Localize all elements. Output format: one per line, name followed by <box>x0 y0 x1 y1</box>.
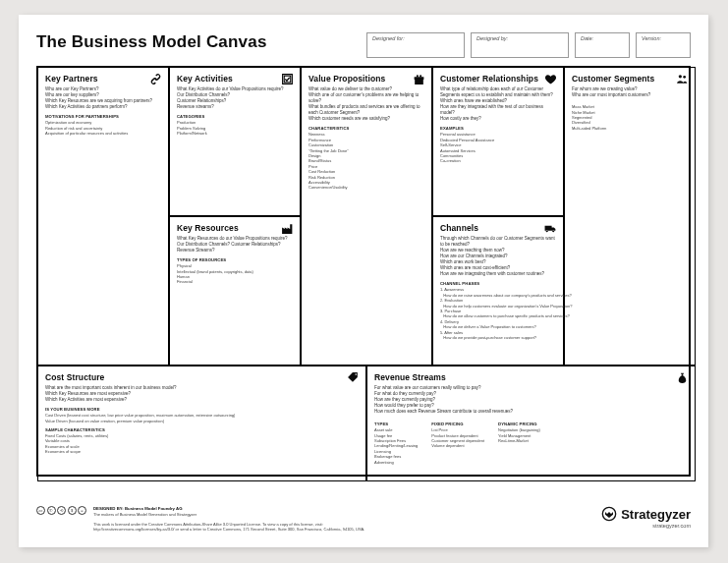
brand: Strategyzer strategyzer.com <box>601 506 691 529</box>
cc-icon: cc <box>36 506 45 515</box>
cell-key-activities: Key Activities What Key Activities do ou… <box>169 67 301 216</box>
brand-name: Strategyzer <box>621 507 691 522</box>
cell-subheading: Is your business more <box>45 407 359 412</box>
cell-subheading: Examples <box>440 126 556 131</box>
footer: cc ① ⟲ $ = DESIGNED BY: Business Model F… <box>36 506 691 537</box>
cell-subheading: Types <box>374 422 418 426</box>
svg-point-1 <box>683 76 686 79</box>
cell-list: Newness Performance Customization "Getti… <box>308 132 424 190</box>
cell-list: Asset sale Usage fee Subscription Fees L… <box>374 427 418 465</box>
cell-questions: Who are our Key Partners? Who are our ke… <box>45 86 161 110</box>
cell-cost-structure: Cost Structure What are the most importa… <box>37 366 366 481</box>
cell-customer-relationships: Customer Relationships What type of rela… <box>432 67 564 216</box>
version-field[interactable]: Version: <box>636 32 691 58</box>
cell-subheading: Characteristics <box>308 126 424 131</box>
cell-customer-segments: Customer Segments For whom are we creati… <box>564 67 696 366</box>
date-field[interactable]: Date: <box>575 32 630 58</box>
cell-heading: Customer Relationships <box>440 74 556 84</box>
cell-subheading: Dynamic pricing <box>498 422 540 426</box>
cell-key-partners: Key Partners Who are our Key Partners? W… <box>37 67 169 366</box>
gift-icon <box>413 73 425 85</box>
cell-list: Personal assistance Dedicated Personal A… <box>440 132 556 163</box>
designed-for-field[interactable]: Designed for: <box>366 32 465 58</box>
cell-revenue-streams: Revenue Streams For what value are our c… <box>366 366 696 481</box>
cell-questions: What type of relationship does each of o… <box>440 86 556 122</box>
link-icon <box>149 73 162 85</box>
cell-heading: Key Resources <box>177 223 293 233</box>
cell-heading: Key Activities <box>177 74 293 84</box>
cell-heading: Channels <box>440 223 556 233</box>
cell-questions: For what value are our customers really … <box>374 385 688 415</box>
designed-by-field[interactable]: Designed by: <box>471 32 569 58</box>
factory-icon <box>281 222 294 235</box>
cell-list: Mass Market Niche Market Segmented Diver… <box>572 104 688 131</box>
meta-fields: Designed for: Designed by: Date: Version… <box>366 32 691 58</box>
canvas-sheet: The Business Model Canvas Designed for: … <box>19 15 708 547</box>
cell-questions: For whom are we creating value? Who are … <box>572 86 688 98</box>
cell-heading: Revenue Streams <box>374 372 688 382</box>
cell-questions: What Key Resources do our Value Proposit… <box>177 236 293 253</box>
cell-list: Negotiation (bargaining) Yield Managemen… <box>498 427 540 443</box>
cell-value-propositions: Value Propositions What value do we deli… <box>301 67 432 366</box>
globe-fox-icon <box>601 506 617 522</box>
cell-heading: Key Partners <box>45 74 161 84</box>
cell-heading: Value Propositions <box>308 74 424 84</box>
cell-subheading: Types of resources <box>177 257 293 262</box>
cell-questions: Through which Channels do our Customer S… <box>440 236 556 277</box>
cell-questions: What value do we deliver to the customer… <box>308 86 424 122</box>
cell-list: 1. Awareness How do we raise awareness a… <box>440 287 556 340</box>
heart-icon <box>544 73 557 85</box>
cell-channels: Channels Through which Channels do our C… <box>432 216 564 366</box>
license-text: DESIGNED BY: Business Model Foundry AG T… <box>93 506 368 532</box>
svg-point-0 <box>679 75 682 78</box>
brand-logo: Strategyzer <box>601 506 691 522</box>
cell-list: Cost Driven (leanest cost structure, low… <box>45 413 359 423</box>
cell-list: Physical Intellectual (brand patents, co… <box>177 263 293 285</box>
cell-subheading: Sample characteristics <box>45 427 359 432</box>
cc-nc-icon: $ <box>68 506 77 515</box>
cell-subheading: Channel phases <box>440 281 556 286</box>
people-icon <box>676 73 689 85</box>
tag-icon <box>347 371 360 384</box>
money-bag-icon <box>676 371 689 384</box>
truck-icon <box>544 222 557 235</box>
cell-subheading: Motivations for partnerships <box>45 114 161 119</box>
cell-subheading: Fixed pricing <box>431 422 484 426</box>
license-block: cc ① ⟲ $ = DESIGNED BY: Business Model F… <box>36 506 368 532</box>
cell-key-resources: Key Resources What Key Resources do our … <box>169 216 301 366</box>
cell-list: List Price Product feature dependent Cus… <box>431 427 484 449</box>
cell-questions: What are the most important costs inhere… <box>45 385 359 403</box>
header: The Business Model Canvas Designed for: … <box>36 32 691 62</box>
cell-list: Fixed Costs (salaries, rents, utilities)… <box>45 433 359 455</box>
canvas-grid: Key Partners Who are our Key Partners? W… <box>36 66 691 477</box>
cell-heading: Customer Segments <box>572 74 688 84</box>
cell-questions: What Key Activities do our Value Proposi… <box>177 86 293 110</box>
cc-icons: cc ① ⟲ $ = <box>36 506 86 515</box>
cell-list: Optimization and economy Reduction of ri… <box>45 120 161 136</box>
cc-sa-icon: ⟲ <box>57 506 66 515</box>
brand-url: strategyzer.com <box>652 523 691 529</box>
checkbox-icon <box>281 73 294 85</box>
cell-list: Production Problem Solving Platform/Netw… <box>177 120 293 136</box>
cell-heading: Cost Structure <box>45 372 359 382</box>
cc-nd-icon: = <box>78 506 86 515</box>
cell-subheading: Categories <box>177 114 293 119</box>
cc-by-icon: ① <box>47 506 56 515</box>
